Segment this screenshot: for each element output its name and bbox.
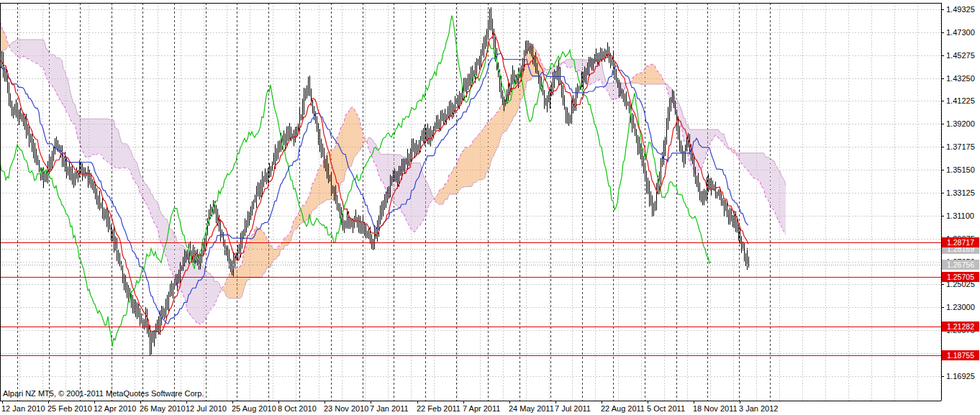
date-tick-label: 12 Jul 2010 [186, 404, 227, 413]
price-tick-label: 1.33125 [946, 188, 975, 197]
date-tick-label: 7 Jul 2011 [555, 404, 591, 413]
chart-window: 1.493251.473001.452751.432501.412251.392… [0, 0, 980, 415]
date-tick-label: 23 Nov 2010 [324, 404, 368, 413]
date-tick-label: 22 Feb 2011 [417, 404, 460, 413]
price-tick-label: 1.49325 [946, 5, 975, 14]
price-tick-label: 1.35150 [946, 165, 975, 174]
date-tick-label: 25 Feb 2010 [47, 404, 92, 413]
price-tick-label: 1.41225 [946, 96, 975, 105]
price-tick-label: 1.31100 [946, 211, 974, 220]
price-tick-label: 1.39200 [946, 119, 975, 128]
date-tick-label: 26 May 2010 [140, 404, 186, 413]
date-tick-label: 24 May 2011 [509, 404, 554, 413]
price-tick-label: 1.16925 [946, 372, 975, 380]
copyright-watermark: Alpari NZ MT5, © 2001-2011 MetaQuotes So… [3, 389, 204, 398]
date-tick-label: 12 Apr 2010 [94, 404, 136, 413]
date-tick-label: 22 Aug 2011 [601, 404, 645, 413]
price-tick-label: 1.23000 [946, 303, 975, 311]
date-tick-label: 25 Aug 2010 [232, 404, 276, 413]
chart-svg[interactable]: 1.493251.473001.452751.432501.412251.392… [0, 0, 980, 415]
price-tick-label: 1.43250 [946, 74, 975, 83]
date-tick-label: 7 Jan 2011 [370, 404, 409, 413]
date-tick-label: 3 Jan 2012 [739, 404, 778, 413]
price-tick-label: 1.37175 [946, 142, 975, 151]
price-tick-label: 1.45275 [946, 51, 975, 60]
red-price-badge-text: 1.21282 [947, 322, 974, 331]
date-tick-label: 5 Oct 2011 [647, 404, 685, 413]
gray-price-badge-text: 1.26756 [947, 260, 974, 269]
date-tick-label: 8 Oct 2010 [278, 404, 317, 413]
price-tick-label: 1.47300 [946, 28, 975, 37]
red-price-badge-text: 1.18755 [947, 351, 974, 360]
date-tick-label: 7 Apr 2011 [463, 404, 500, 413]
date-tick-label: 18 Nov 2011 [693, 404, 738, 413]
red-price-badge-text: 1.25705 [947, 273, 974, 281]
red-price-badge-text: 1.28717 [947, 238, 974, 247]
date-tick-label: 12 Jan 2010 [1, 404, 45, 413]
